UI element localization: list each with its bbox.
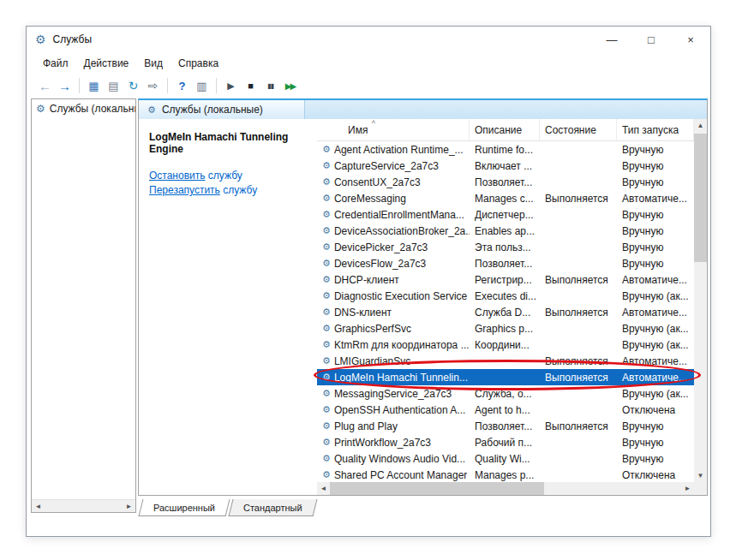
tab-extended[interactable]: Расширенный [139,499,230,516]
table-row[interactable]: ⚙LogMeIn Hamachi Tunnelin...ВыполняетсяА… [317,369,694,385]
menu-action[interactable]: Действие [76,55,137,72]
table-row[interactable]: ⚙Diagnostic Execution ServiceExecutes di… [317,288,694,304]
maximize-button[interactable]: □ [631,27,671,52]
help-icon[interactable]: ? [172,76,192,95]
window-controls: — □ × [592,27,710,52]
table-row[interactable]: ⚙PrintWorkflow_2a7c3Рабочий п...Вручную [317,434,694,450]
scroll-right-icon[interactable]: ► [123,500,135,513]
extended-view-icon[interactable]: ▥ [192,76,212,95]
tree-horizontal-scrollbar[interactable]: ◄ ► [32,499,135,512]
main-panel: ⚙ Службы (локальные) LogMeIn Hamachi Tun… [138,98,708,532]
service-name: MessagingService_2a7c3 [334,388,452,400]
cell-description: Enables ap... [470,225,540,237]
column-header-1[interactable]: ^Имя [317,119,470,140]
service-name: CredentialEnrollmentMana... [334,209,464,221]
scroll-up-icon[interactable]: ▲ [694,119,707,132]
close-button[interactable]: × [671,27,710,52]
column-header-4[interactable]: Тип запуска [617,119,694,140]
table-row[interactable]: ⚙DHCP-клиентРегистрир...ВыполняетсяАвтом… [317,271,694,288]
cell-description: Включает ... [470,160,540,172]
service-gear-icon: ⚙ [322,323,331,334]
restart-service-link[interactable]: Перезапустить [149,184,220,196]
table-row[interactable]: ⚙Agent Activation Runtime_...Runtime fo.… [317,141,694,158]
cell-name: ⚙ConsentUX_2a7c3 [317,176,470,188]
column-header-label: Описание [475,124,522,136]
desktop: ⚙ Службы — □ × ФайлДействиеВидСправка ←→… [0,0,742,560]
service-gear-icon: ⚙ [322,355,331,366]
tab-standard[interactable]: Стандартный [229,499,318,516]
service-name: GraphicsPerfSvc [334,323,411,335]
start-service-icon[interactable]: ▶ [221,76,241,95]
cell-startup-type: Вручную [617,144,694,156]
column-header-label: Имя [348,124,368,136]
table-row[interactable]: ⚙OpenSSH Authentication A...Agent to h..… [317,402,694,418]
cell-description: Quality Wi... [470,453,540,465]
minimize-button[interactable]: — [592,27,631,52]
table-row[interactable]: ⚙ConsentUX_2a7c3Позволяет...Вручную [317,174,694,190]
scroll-left-icon[interactable]: ◄ [317,482,330,495]
scroll-down-icon[interactable]: ▼ [694,469,707,482]
menu-help[interactable]: Справка [171,55,226,72]
service-name: DevicePicker_2a7c3 [334,241,428,253]
service-gear-icon: ⚙ [322,404,331,415]
table-row[interactable]: ⚙MessagingService_2a7c3Служба, о...Вручн… [317,385,694,402]
tree-item-services-local[interactable]: ⚙ Службы (локальные) [32,99,135,118]
column-header-2[interactable]: Описание [470,119,540,140]
service-gear-icon: ⚙ [322,339,331,350]
column-header-label: Тип запуска [622,124,679,136]
vertical-scrollbar-thumb[interactable] [694,134,707,262]
stop-service-suffix: службу [208,170,242,182]
menu-bar: ФайлДействиеВидСправка [27,52,710,74]
column-headers: ^ИмяОписаниеСостояниеТип запуска [317,119,694,141]
horizontal-scrollbar[interactable]: ◄ ► [317,482,694,495]
vertical-scrollbar[interactable]: ▲ ▼ [694,119,707,482]
menu-file[interactable]: Файл [35,55,76,72]
cell-name: ⚙DHCP-клиент [317,274,470,286]
table-row[interactable]: ⚙GraphicsPerfSvcGraphics p...Вручную (ак… [317,320,694,337]
table-row[interactable]: ⚙CredentialEnrollmentMana...Диспетчер...… [317,206,694,223]
table-row[interactable]: ⚙DeviceAssociationBroker_2a...Enables ap… [317,223,694,239]
cell-startup-type: Автоматиче... [617,355,694,367]
menu-view[interactable]: Вид [136,55,171,72]
cell-name: ⚙DNS-клиент [317,307,470,319]
cell-startup-type: Вручную [617,420,694,432]
service-name: DevicesFlow_2a7c3 [334,258,426,270]
show-console-tree-icon[interactable]: ▦ [84,76,104,95]
table-row[interactable]: ⚙CaptureService_2a7c3Включает ...Вручную [317,158,694,174]
cell-startup-type: Вручную [617,241,694,253]
scroll-left-icon[interactable]: ◄ [32,500,45,513]
pause-service-icon[interactable]: ▮▮ [260,76,280,95]
horizontal-scrollbar-thumb[interactable] [330,482,544,495]
service-gear-icon: ⚙ [322,144,331,155]
table-row[interactable]: ⚙Quality Windows Audio Vid...Quality Wi.… [317,450,694,467]
stop-service-icon[interactable]: ■ [241,76,260,95]
cell-name: ⚙DevicesFlow_2a7c3 [317,258,470,270]
service-gear-icon: ⚙ [322,437,331,448]
table-row[interactable]: ⚙DevicePicker_2a7c3Эта польз...Вручную [317,239,694,255]
table-row[interactable]: ⚙Plug and PlayПозволяет...ВыполняетсяВру… [317,418,694,434]
cell-description: Служба, о... [470,388,540,400]
column-header-3[interactable]: Состояние [540,119,617,140]
service-name: CoreMessaging [334,193,406,205]
table-row[interactable]: ⚙DevicesFlow_2a7c3Позволяет...Вручную [317,255,694,271]
scroll-right-icon[interactable]: ► [681,482,694,495]
service-name: DNS-клиент [334,307,392,319]
forward-icon[interactable]: → [55,76,75,95]
service-name: PrintWorkflow_2a7c3 [334,437,431,449]
properties-icon[interactable]: ▤ [104,76,123,95]
table-row[interactable]: ⚙Shared PC Account ManagerManages p...От… [317,467,694,483]
table-row[interactable]: ⚙CoreMessagingManages c...ВыполняетсяАвт… [317,190,694,206]
table-row[interactable]: ⚙LMIGuardianSvcВыполняетсяАвтоматиче... [317,353,694,369]
back-icon[interactable]: ← [35,76,55,95]
scrollbar-corner [694,482,707,495]
cell-description: Диспетчер... [470,209,540,221]
restart-service-icon[interactable]: ▶▶ [280,76,300,95]
table-row[interactable]: ⚙KtmRm для координатора ...Координи...Вр… [317,337,694,353]
cell-name: ⚙DeviceAssociationBroker_2a... [317,225,470,237]
table-row[interactable]: ⚙DNS-клиентСлужба D...ВыполняетсяАвтомат… [317,304,694,320]
service-gear-icon: ⚙ [322,469,331,480]
stop-service-link[interactable]: Остановить [149,170,206,182]
export-list-icon[interactable]: ⇨ [143,76,163,95]
refresh-icon[interactable]: ↻ [123,76,143,95]
service-name: LogMeIn Hamachi Tunnelin... [334,372,468,384]
